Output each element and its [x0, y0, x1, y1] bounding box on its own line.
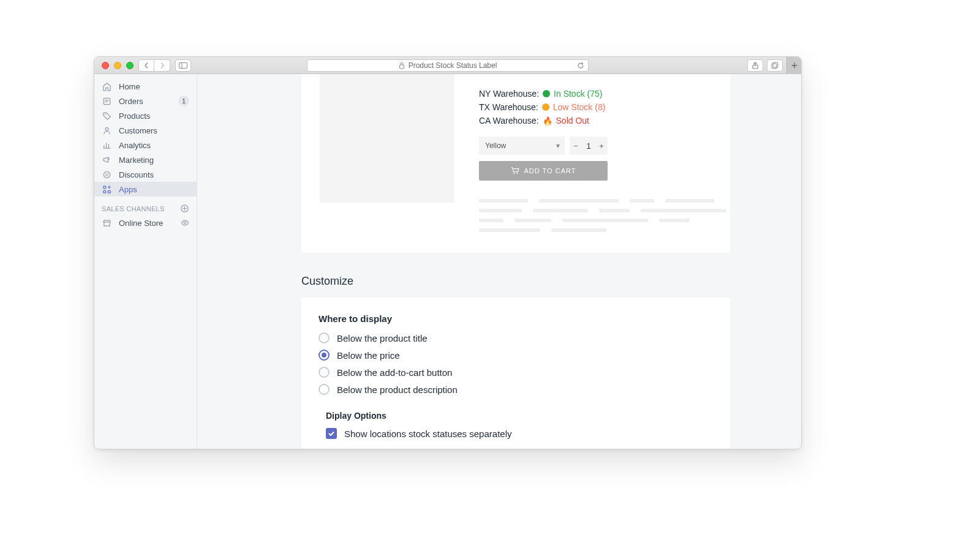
display-options-title: Diplay Options — [326, 411, 713, 421]
main-content: NY Warehouse:In Stock (75)TX Warehouse:L… — [197, 74, 801, 449]
svg-rect-12 — [103, 186, 105, 188]
where-option[interactable]: Below the product description — [318, 384, 713, 395]
sidebar-toggle-button[interactable] — [175, 59, 191, 72]
option-label: Show locations stock statuses separately — [344, 429, 511, 439]
share-button[interactable] — [747, 59, 763, 72]
reload-button[interactable] — [577, 62, 584, 69]
megaphone-icon — [102, 155, 111, 165]
close-window-button[interactable] — [102, 62, 109, 69]
qty-increase-button[interactable]: + — [595, 137, 608, 155]
page-title: Product Stock Status Label — [409, 61, 497, 70]
sidebar-item-analytics[interactable]: Analytics — [94, 138, 197, 152]
radio-button[interactable] — [318, 332, 330, 343]
sidebar-item-products[interactable]: Products — [94, 108, 197, 123]
option-label: Below the price — [337, 350, 400, 361]
orders-badge: 1 — [178, 96, 189, 107]
where-option[interactable]: Below the product title — [318, 332, 713, 343]
add-to-cart-label: ADD TO CART — [524, 167, 576, 174]
sidebar-item-label: Home — [119, 82, 140, 91]
person-icon — [102, 126, 111, 135]
svg-point-10 — [105, 173, 106, 174]
svg-point-8 — [105, 127, 108, 130]
customize-heading: Customize — [301, 275, 730, 288]
stock-status: Sold Out — [556, 116, 589, 126]
sidebar-item-label: Customers — [119, 126, 157, 135]
radio-button[interactable] — [318, 367, 330, 378]
titlebar: Product Stock Status Label — [94, 57, 801, 74]
svg-rect-2 — [399, 65, 404, 69]
stock-line: TX Warehouse:Low Stock (8) — [479, 102, 726, 112]
option-label: Below the product description — [337, 384, 458, 395]
window-controls — [99, 62, 134, 69]
stock-prefix: CA Warehouse: — [479, 116, 539, 126]
sidebar-item-label: Discounts — [119, 170, 154, 179]
forward-button[interactable] — [154, 59, 170, 72]
store-icon — [102, 218, 111, 228]
stock-line: NY Warehouse:In Stock (75) — [479, 89, 726, 99]
sidebar-item-label: Marketing — [119, 156, 154, 165]
back-button[interactable] — [138, 59, 154, 72]
apps-icon — [102, 184, 111, 194]
address-bar[interactable]: Product Stock Status Label — [307, 59, 589, 72]
chevron-down-icon: ▾ — [556, 141, 560, 150]
tabs-button[interactable] — [767, 59, 783, 72]
option-label: Below the add-to-cart button — [337, 367, 452, 378]
sales-channels-heading: SALES CHANNELS — [94, 197, 197, 216]
stock-status: In Stock (75) — [554, 89, 602, 99]
sidebar-item-label: Products — [119, 111, 150, 121]
preview-card: NY Warehouse:In Stock (75)TX Warehouse:L… — [301, 74, 730, 253]
minimize-window-button[interactable] — [114, 62, 121, 69]
where-to-display-title: Where to display — [318, 313, 713, 324]
customize-card: Where to display Below the product title… — [301, 298, 730, 449]
status-dot-icon — [542, 103, 549, 111]
cart-icon — [511, 167, 519, 174]
add-to-cart-button[interactable]: ADD TO CART — [479, 161, 608, 181]
where-option[interactable]: Below the add-to-cart button — [318, 367, 713, 378]
stock-prefix: TX Warehouse: — [479, 102, 538, 112]
add-channel-button[interactable] — [180, 204, 189, 213]
description-placeholder — [479, 199, 726, 232]
sidebar-item-label: Online Store — [119, 219, 163, 228]
svg-point-11 — [107, 175, 108, 176]
sidebar-item-marketing[interactable]: Marketing — [94, 152, 197, 167]
sidebar-item-online-store[interactable]: Online Store — [94, 216, 197, 230]
option-label: Below the product title — [337, 333, 428, 343]
zoom-window-button[interactable] — [126, 62, 134, 69]
checkbox[interactable] — [326, 428, 337, 439]
orders-icon — [102, 96, 111, 106]
svg-rect-5 — [773, 62, 778, 67]
sidebar-item-label: Analytics — [119, 141, 151, 150]
svg-rect-14 — [108, 190, 110, 193]
radio-button[interactable] — [318, 384, 330, 395]
svg-rect-4 — [772, 64, 777, 69]
sidebar-item-customers[interactable]: Customers — [94, 123, 197, 138]
discount-icon — [102, 170, 111, 179]
radio-button[interactable] — [318, 350, 330, 361]
svg-point-16 — [184, 222, 186, 224]
sidebar-item-apps[interactable]: Apps — [94, 182, 197, 197]
svg-rect-13 — [103, 190, 105, 193]
analytics-icon — [102, 140, 111, 150]
view-store-icon[interactable] — [181, 219, 189, 227]
variant-value: Yellow — [485, 141, 506, 150]
stock-status: Low Stock (8) — [553, 102, 606, 112]
svg-rect-6 — [104, 98, 110, 104]
stock-line: CA Warehouse:🔥Sold Out — [479, 116, 726, 126]
sidebar-item-label: Apps — [119, 185, 137, 194]
tag-icon — [102, 111, 111, 121]
qty-decrease-button[interactable]: − — [570, 137, 582, 155]
new-tab-button[interactable] — [786, 57, 801, 74]
svg-point-17 — [513, 173, 514, 174]
sidebar-item-label: Orders — [119, 97, 143, 106]
where-option[interactable]: Below the price — [318, 350, 713, 361]
svg-point-18 — [516, 173, 518, 174]
lock-icon — [399, 62, 405, 69]
status-dot-icon — [543, 90, 550, 97]
sidebar-item-discounts[interactable]: Discounts — [94, 167, 197, 182]
display-option[interactable]: Show locations stock statuses separately — [326, 428, 713, 439]
sidebar-item-orders[interactable]: Orders 1 — [94, 94, 197, 108]
quantity-stepper: − 1 + — [570, 137, 608, 155]
sidebar-item-home[interactable]: Home — [94, 79, 197, 94]
stock-prefix: NY Warehouse: — [479, 89, 539, 99]
variant-select[interactable]: Yellow ▾ — [479, 137, 565, 155]
